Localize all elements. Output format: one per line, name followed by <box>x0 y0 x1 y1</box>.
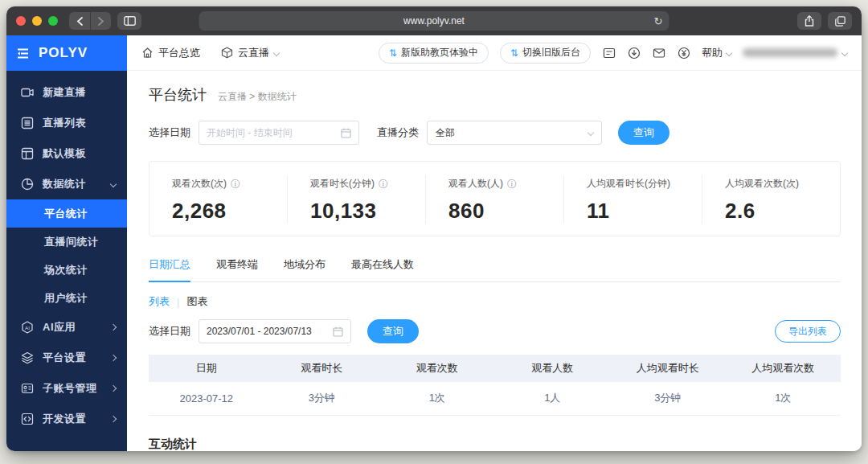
sidebar-subitem-user-statistics[interactable]: 用户统计 <box>6 284 127 312</box>
sidebar-item-default-template[interactable]: 默认模板 <box>6 138 127 169</box>
account-dropdown[interactable] <box>743 48 847 57</box>
layers-icon <box>21 351 34 364</box>
date-filter-label: 选择日期 <box>149 125 190 140</box>
sidebar-item-subaccount-management[interactable]: 子账号管理 <box>6 373 127 404</box>
sidebar-item-data-statistics[interactable]: 数据统计 <box>6 169 127 199</box>
column-header-avg-duration: 人均观看时长 <box>610 355 726 382</box>
back-button[interactable] <box>69 12 90 30</box>
sidebar-subitem-label: 直播间统计 <box>44 235 99 249</box>
close-window-button[interactable] <box>16 16 26 26</box>
tab-date-summary[interactable]: 日期汇总 <box>149 257 190 281</box>
chevron-right-icon <box>110 385 117 392</box>
sidebar-item-platform-settings[interactable]: 平台设置 <box>6 343 127 373</box>
sidebar-item-live-list[interactable]: 直播列表 <box>6 108 127 138</box>
sidebar-item-label: 开发设置 <box>43 412 86 426</box>
tab-overview-icon[interactable] <box>828 12 852 30</box>
stat-value: 11 <box>587 199 694 224</box>
help-dropdown[interactable]: 帮助 <box>702 46 731 60</box>
query-button[interactable]: 查询 <box>618 121 669 145</box>
category-select[interactable]: 全部 <box>427 121 602 145</box>
stats-summary-card: 观看次数(次)ⓘ 2,268 观看时长(分钟)ⓘ 10,133 观看人数(人)ⓘ… <box>149 161 841 236</box>
form-icon[interactable] <box>602 46 616 60</box>
sidebar-item-label: 直播列表 <box>43 116 86 130</box>
cloud-live-label: 云直播 <box>238 46 269 60</box>
calendar-icon <box>341 128 351 138</box>
account-name-redacted <box>743 48 837 57</box>
zoom-window-button[interactable] <box>48 16 58 26</box>
cell-viewers: 1人 <box>495 382 611 415</box>
sidebar-subitem-room-statistics[interactable]: 直播间统计 <box>6 228 127 256</box>
column-header-date: 日期 <box>149 355 264 382</box>
info-icon[interactable]: ⓘ <box>379 179 388 189</box>
sidebar-item-label: 平台设置 <box>43 351 86 365</box>
camera-icon <box>21 86 34 99</box>
sidebar-subitem-session-statistics[interactable]: 场次统计 <box>6 256 127 284</box>
forward-button[interactable] <box>90 12 111 30</box>
reload-icon[interactable]: ↻ <box>654 15 663 27</box>
help-label: 帮助 <box>702 46 723 60</box>
stat-value: 2.6 <box>725 199 832 224</box>
platform-overview-label: 平台总览 <box>158 46 200 60</box>
chevron-down-icon <box>841 49 848 55</box>
swap-arrows-icon: ⇅ <box>389 47 397 59</box>
sidebar-item-label: 默认模板 <box>43 146 86 161</box>
new-version-experience-button[interactable]: ⇅ 新版助教页体验中 <box>379 43 489 64</box>
stat-view-count: 观看次数(次)ⓘ 2,268 <box>149 175 287 224</box>
table-header-row: 日期 观看时长 观看次数 观看人数 人均观看时长 人均观看次数 <box>149 355 841 382</box>
export-list-button[interactable]: 导出列表 <box>775 320 841 343</box>
sidebar-item-developer-settings[interactable]: 开发设置 <box>6 404 127 434</box>
code-icon <box>21 413 34 425</box>
tab-region-distribution[interactable]: 地域分布 <box>284 257 326 281</box>
view-chart-link[interactable]: 图表 <box>186 294 207 309</box>
download-icon[interactable] <box>627 46 641 60</box>
date-range-placeholder: 开始时间 - 结束时间 <box>207 126 293 140</box>
billing-icon[interactable] <box>677 46 690 60</box>
date-range-input[interactable]: 开始时间 - 结束时间 <box>199 121 359 145</box>
sidebar-item-new-live[interactable]: 新建直播 <box>6 77 127 108</box>
sidebar-toggle-icon[interactable] <box>117 12 141 30</box>
cell-date: 2023-07-12 <box>149 382 264 415</box>
tab-view-terminal[interactable]: 观看终端 <box>216 257 258 281</box>
sidebar-item-ai-apps[interactable]: AI AI应用 <box>6 312 127 343</box>
stat-view-duration: 观看时长(分钟)ⓘ 10,133 <box>287 175 425 224</box>
calendar-icon <box>333 326 343 337</box>
date-summary-table: 日期 观看时长 观看次数 观看人数 人均观看时长 人均观看次数 2023-07-… <box>149 355 841 416</box>
stat-label: 人均观看时长(分钟) <box>587 177 670 191</box>
browser-nav-group <box>69 12 111 30</box>
sidebar-item-label: AI应用 <box>43 320 76 335</box>
polyv-logo[interactable]: POLYV <box>39 45 88 61</box>
switch-old-console-button[interactable]: ⇅ 切换旧版后台 <box>500 43 591 64</box>
query-button-2[interactable]: 查询 <box>367 319 419 343</box>
tab-max-online[interactable]: 最高在线人数 <box>351 257 414 281</box>
url-bar[interactable]: www.polyv.net ↻ <box>199 11 669 31</box>
column-header-avg-views: 人均观看次数 <box>726 355 841 382</box>
date-range-input-2[interactable]: 2023/07/01 - 2023/07/13 <box>199 319 351 343</box>
collapse-menu-icon[interactable] <box>18 48 31 59</box>
share-icon[interactable] <box>797 12 821 30</box>
interaction-statistics-title: 互动统计 <box>149 437 841 452</box>
column-header-views: 观看次数 <box>379 355 495 382</box>
cloud-live-dropdown[interactable]: 云直播 <box>221 46 279 60</box>
chevron-down-icon <box>726 49 732 55</box>
platform-overview-link[interactable]: 平台总览 <box>141 46 200 60</box>
top-header: 平台总览 云直播 ⇅ 新版助教页体验中 ⇅ 切换旧版后台 <box>127 35 862 71</box>
cube-icon <box>221 47 233 59</box>
chevron-right-icon <box>110 324 117 331</box>
info-icon[interactable]: ⓘ <box>231 179 240 189</box>
home-icon <box>141 47 154 59</box>
mail-icon[interactable] <box>652 46 665 60</box>
list-icon <box>21 117 34 129</box>
url-text: www.polyv.net <box>403 15 465 27</box>
chevron-down-icon <box>588 129 594 136</box>
statistics-tabs: 日期汇总 观看终端 地域分布 最高在线人数 <box>149 257 841 282</box>
sidebar-subitem-platform-statistics[interactable]: 平台统计 <box>6 199 127 228</box>
sidebar-item-label: 子账号管理 <box>43 381 97 396</box>
minimize-window-button[interactable] <box>32 16 42 26</box>
view-list-link[interactable]: 列表 <box>149 294 170 309</box>
info-icon[interactable]: ⓘ <box>507 179 517 189</box>
cell-views: 1次 <box>379 382 495 415</box>
category-filter-label: 直播分类 <box>377 125 419 140</box>
cell-duration: 3分钟 <box>264 382 380 415</box>
sidebar-item-label: 数据统计 <box>43 177 86 191</box>
column-header-viewers: 观看人数 <box>495 355 611 382</box>
